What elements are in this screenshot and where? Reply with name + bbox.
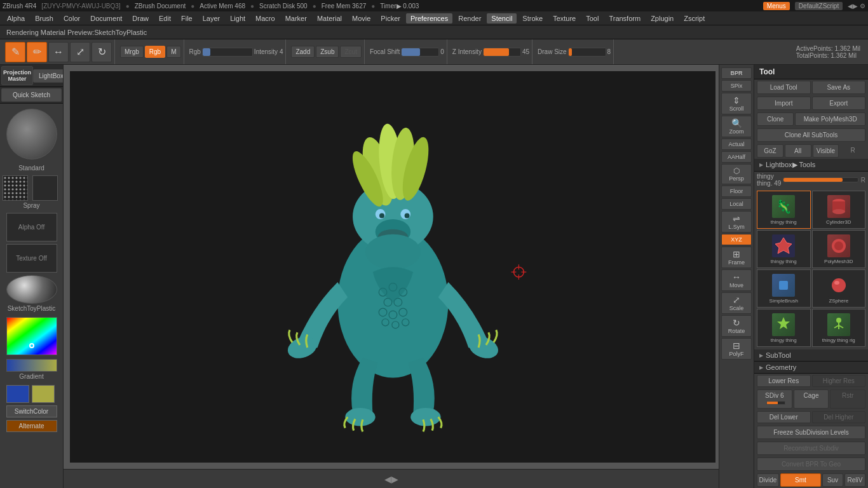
import-btn[interactable]: Import [757,97,811,110]
zsub-btn[interactable]: Zsub [316,46,339,58]
lightbox-btn[interactable]: LightBox [33,69,64,83]
local-btn[interactable]: Local [721,198,752,210]
bpr-btn[interactable]: BPR [721,67,752,79]
sdiv-btn[interactable]: SDiv 6 [757,390,792,409]
persp-btn[interactable]: ⬡ Persp [721,164,752,184]
scale-tool-btn[interactable]: ⤢ Scale [721,292,752,314]
timeline-right[interactable]: ▶ [391,474,398,484]
lightbox-tools-header[interactable]: Lightbox▶ Tools [754,159,868,172]
nav-icons[interactable]: ◀▶ ⚙ [848,3,865,10]
projection-master-btn[interactable]: Projection Master [1,66,33,85]
zoom-btn[interactable]: 🔍 Zoom [721,116,752,137]
texture-box[interactable]: Texture Off [6,244,57,273]
menu-transform[interactable]: Transform [604,13,645,24]
visible-btn[interactable]: Visible [813,144,839,158]
m-btn[interactable]: M [166,46,180,58]
tool-thumb-thingy-rig[interactable]: thingy thing rig [812,309,866,347]
brush-preview[interactable] [6,109,57,159]
save-as-btn[interactable]: Save As [812,81,866,94]
menu-color[interactable]: Color [59,13,85,24]
material-preview[interactable] [6,275,57,304]
cage-btn[interactable]: Cage [794,390,829,409]
aahalf-btn[interactable]: AAHalf [721,151,752,163]
draw-size-slider[interactable] [568,48,606,57]
menu-document[interactable]: Document [86,13,126,24]
floor-btn[interactable]: Floor [721,186,752,197]
menu-alpha[interactable]: Alpha [3,13,29,24]
menu-stroke[interactable]: Stroke [518,13,547,24]
quick-sketch-btn[interactable]: Quick Sketch [1,88,62,102]
switch-color-btn[interactable]: SwitchColor [6,405,57,417]
rgb-btn[interactable]: Rgb [145,46,165,58]
frame-btn[interactable]: ⊞ Frame [721,247,752,268]
tool-thumb-polymesh3d[interactable]: PolyMesh3D [812,230,866,268]
creature-viewport[interactable] [70,71,715,463]
alternate-btn[interactable]: Alternate [6,420,57,432]
menu-render[interactable]: Render [454,13,485,24]
timeline-left[interactable]: ◀ [384,474,391,484]
reliv-btn[interactable]: ReliV [844,473,865,487]
geometry-header[interactable]: Geometry [754,362,868,374]
menu-light[interactable]: Light [226,13,250,24]
draw-btn[interactable]: ✏ [27,42,47,62]
lower-res-btn[interactable]: Lower Res [757,375,811,387]
rotate-tool-btn[interactable]: ↻ Rotate [721,315,752,337]
lsym-btn[interactable]: ⇌ L.Sym [721,211,752,233]
del-higher-btn[interactable]: Del Higher [812,411,866,423]
menu-layer[interactable]: Layer [198,13,225,24]
menu-tool[interactable]: Tool [581,13,603,24]
del-lower-btn[interactable]: Del Lower [757,411,811,423]
rgb-intensity-slider[interactable] [202,48,253,57]
zcut-btn[interactable]: Zcut [340,46,361,58]
move-btn[interactable]: ↔ [48,42,69,62]
brush-thumb-dots[interactable] [3,175,28,201]
freeze-subdiv-btn[interactable]: Freeze SubDivision Levels [757,426,865,439]
z-intensity-slider[interactable] [483,48,521,57]
menu-zscript[interactable]: Zscript [679,13,709,24]
thingy-slider[interactable] [783,177,858,182]
edit-btn[interactable]: ✎ [5,42,25,62]
alpha-box[interactable]: Alpha Off [6,213,57,241]
tool-thumb-thingy3[interactable]: thingy thing [757,309,811,347]
menu-edit[interactable]: Edit [154,13,175,24]
rotate-btn[interactable]: ↻ [92,42,112,62]
goz-btn[interactable]: GoZ [757,144,783,158]
clone-all-btn[interactable]: Clone All SubTools [757,128,865,142]
actual-btn[interactable]: Actual [721,139,752,150]
make-polymesh-btn[interactable]: Make PolyMesh3D [795,112,865,126]
load-tool-btn[interactable]: Load Tool [757,81,811,94]
all-btn[interactable]: All [785,144,811,158]
menu-material[interactable]: Material [313,13,346,24]
tool-thumb-cylinder3d[interactable]: Cylinder3D [812,191,866,229]
export-btn[interactable]: Export [812,97,866,110]
menu-preferences[interactable]: Preferences [406,13,452,24]
tool-thumb-zsphere[interactable]: ZSphere [812,269,866,308]
menu-movie[interactable]: Movie [348,13,375,24]
suv-btn[interactable]: Suv [822,473,843,487]
tool-thumb-thingy2[interactable]: thingy thing [757,230,811,268]
polyf-btn[interactable]: ⊟ PolyF [721,338,752,360]
scale-btn[interactable]: ⤢ [70,42,90,62]
smt-btn[interactable]: Smt [780,473,821,487]
menu-stencil[interactable]: Stencil [487,13,517,24]
menu-draw[interactable]: Draw [128,13,153,24]
convert-bpr-btn[interactable]: Convert BPR To Geo [757,458,865,471]
tool-thumb-simplebrush[interactable]: SimpleBrush [757,269,811,308]
menu-marker[interactable]: Marker [281,13,311,24]
color-picker[interactable] [6,317,57,355]
scroll-btn[interactable]: ⇕ Scroll [721,93,752,114]
menu-picker[interactable]: Picker [376,13,405,24]
menu-file[interactable]: File [177,13,197,24]
clone-btn[interactable]: Clone [757,112,794,126]
primary-color-swatch[interactable] [6,385,29,403]
brush-thumb-empty[interactable] [32,175,58,201]
subtool-header[interactable]: SubTool [754,349,868,362]
move-tool-btn[interactable]: ↔ Move [721,269,752,291]
rstr-btn[interactable]: Rstr [830,390,865,409]
secondary-color-swatch[interactable] [32,385,55,403]
gradient-strip[interactable] [6,359,57,372]
canvas-area[interactable]: BPR SPix ⇕ Scroll 🔍 Zoom Actual AAHalf [64,65,754,488]
zadd-btn[interactable]: Zadd [291,46,315,58]
menu-zplugin[interactable]: Zplugin [646,13,678,24]
default-script[interactable]: DefaultZScript [795,2,843,10]
